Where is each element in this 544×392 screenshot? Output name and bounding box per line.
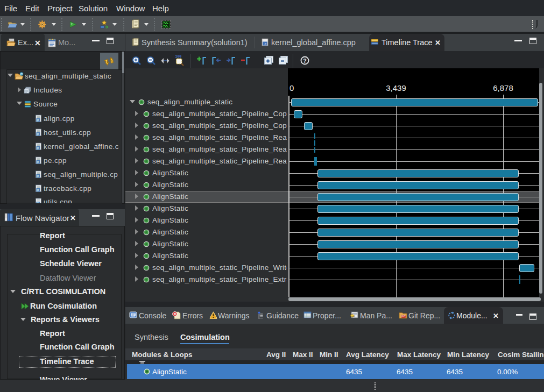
svg-text:C: C bbox=[20, 73, 23, 76]
svg-text:K: K bbox=[37, 132, 40, 136]
svg-text:.c: .c bbox=[264, 42, 267, 46]
svg-text:GIT: GIT bbox=[401, 315, 406, 318]
svg-text:K: K bbox=[37, 146, 40, 150]
svg-text:K: K bbox=[37, 174, 40, 178]
svg-text:100: 100 bbox=[175, 55, 182, 59]
svg-text:K: K bbox=[37, 160, 40, 164]
svg-text:?: ? bbox=[303, 58, 306, 64]
svg-text:K: K bbox=[37, 188, 40, 192]
svg-text:K: K bbox=[37, 118, 40, 122]
